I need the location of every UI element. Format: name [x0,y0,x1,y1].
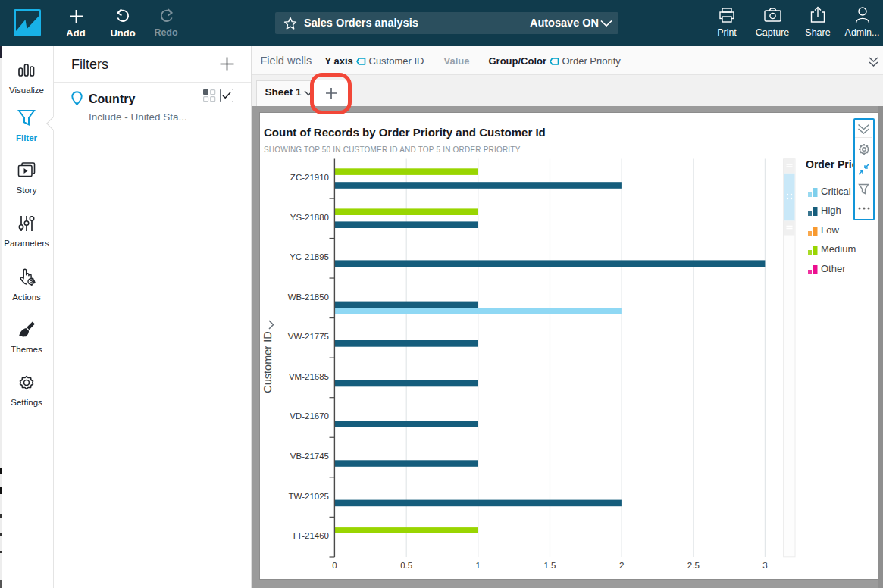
svg-text:1: 1 [476,561,481,570]
svg-text:0: 0 [332,561,337,570]
svg-text:ZC-21910: ZC-21910 [290,173,329,182]
svg-text:0.5: 0.5 [400,561,412,570]
svg-text:2: 2 [619,561,624,570]
svg-text:VM-21685: VM-21685 [289,372,329,381]
svg-text:VB-21745: VB-21745 [290,452,329,461]
svg-text:VW-21775: VW-21775 [288,332,329,341]
svg-text:Customer ID: Customer ID [261,331,274,393]
svg-text:2.5: 2.5 [687,561,700,570]
svg-text:TT-21460: TT-21460 [292,531,329,540]
svg-text:VD-21670: VD-21670 [290,411,329,421]
svg-text:WB-21850: WB-21850 [288,292,329,302]
svg-text:1.5: 1.5 [544,561,556,570]
svg-text:3: 3 [762,561,767,570]
svg-text:TW-21025: TW-21025 [289,492,329,501]
svg-text:YS-21880: YS-21880 [290,213,329,222]
svg-text:YC-21895: YC-21895 [290,252,329,261]
